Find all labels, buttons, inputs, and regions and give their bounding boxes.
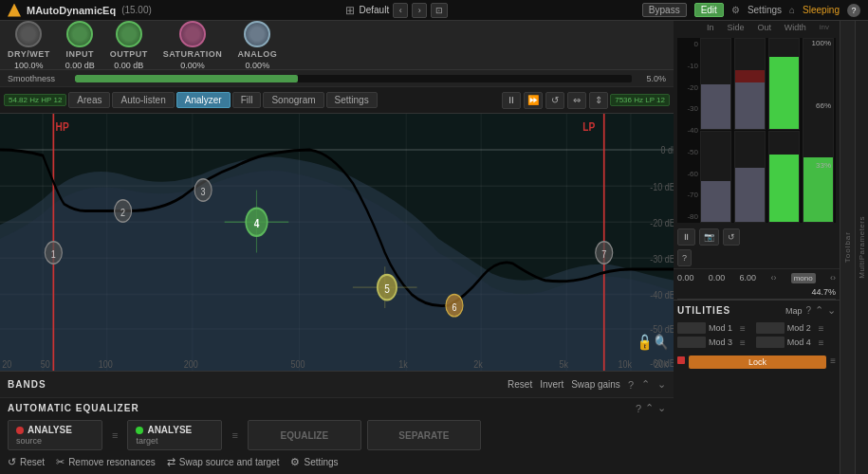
svg-text:-40 dB: -40 dB xyxy=(650,289,674,301)
help-button[interactable]: ? xyxy=(847,4,860,17)
saturation-knob[interactable] xyxy=(179,21,206,47)
mod3-menu-icon[interactable]: ≡ xyxy=(740,337,746,348)
mod4-menu-icon[interactable]: ≡ xyxy=(819,337,824,348)
tab-fill[interactable]: Fill xyxy=(232,92,262,108)
tab-controls: ⏸ ⏩ ↺ ⇔ ⇕ xyxy=(502,92,608,109)
saturation-value: 0.00% xyxy=(180,61,205,70)
width-33-label: 33% xyxy=(816,161,831,170)
tab-settings[interactable]: Settings xyxy=(326,92,378,108)
mod1-menu-icon[interactable]: ≡ xyxy=(740,323,746,334)
flip-h-btn[interactable]: ⇔ xyxy=(567,92,586,109)
autoeq-section: AUTOMATIC EQUALIZER ? ⌃ ⌄ ANALYSE source… xyxy=(0,397,674,474)
lock-button[interactable]: Lock xyxy=(689,356,826,369)
grid-icon: ⊞ xyxy=(345,4,355,17)
db-60: -60 xyxy=(679,170,698,178)
input-knob[interactable] xyxy=(66,21,93,47)
settings-icon: ⚙ xyxy=(731,5,740,15)
mod2-block xyxy=(756,322,785,334)
remove-resonances-btn[interactable]: ✂ Remove resonances xyxy=(56,456,156,468)
tab-sonogram[interactable]: Sonogram xyxy=(263,92,323,108)
left-panel: DRY/WET 100.0% INPUT 0.00 dB OUTPUT 0.00… xyxy=(0,21,674,474)
autoeq-collapse-icon[interactable]: ⌄ xyxy=(657,402,666,414)
bar-in-r xyxy=(700,131,731,223)
autoeq-expand-icon[interactable]: ⌃ xyxy=(645,402,654,414)
analyse-target-label: ANALYSE xyxy=(136,425,192,435)
output-knob[interactable] xyxy=(116,21,142,47)
utilities-title: UTILITIES xyxy=(677,305,730,316)
reset-meter-btn[interactable]: ↺ xyxy=(723,228,740,246)
bands-controls: Reset Invert Swap gains ? ⌃ ⌄ xyxy=(508,378,666,391)
smoothness-row: Smoothness 5.0% xyxy=(0,70,674,87)
bands-collapse-icon[interactable]: ⌄ xyxy=(657,378,666,391)
home-icon: ⌂ xyxy=(789,5,795,15)
col-label-side: Side xyxy=(727,23,744,32)
analyse-source-btn[interactable]: ANALYSE source xyxy=(8,420,102,450)
analyse-target-btn[interactable]: ANALYSE target xyxy=(127,420,222,450)
sleeping-status: Sleeping xyxy=(803,5,840,15)
bypass-button[interactable]: Bypass xyxy=(642,3,687,17)
tab-areas[interactable]: Areas xyxy=(68,92,110,108)
bar-in-l-fill xyxy=(701,84,730,130)
svg-text:20k: 20k xyxy=(655,358,669,370)
freq-badge-left: 54.82 Hz HP 12 xyxy=(4,94,66,106)
lock-menu-icon[interactable]: ≡ xyxy=(830,356,836,366)
svg-text:100: 100 xyxy=(99,358,113,370)
settings-action-btn[interactable]: ⚙ Settings xyxy=(290,456,338,468)
svg-text:4: 4 xyxy=(254,216,260,230)
swap-gains-btn[interactable]: Swap gains xyxy=(571,379,620,390)
bar-out-r xyxy=(768,131,800,223)
help-meter-btn[interactable]: ? xyxy=(677,249,692,266)
remove-res-icon: ✂ xyxy=(56,456,65,468)
app-logo xyxy=(8,4,21,17)
analog-value: 0.00% xyxy=(246,61,270,70)
equalize-btn[interactable]: EQUALIZE xyxy=(248,420,361,450)
meter-display-inner: 0 -10 -20 -30 -40 -50 -60 -70 -80 xyxy=(677,38,836,223)
title-bar-right: Bypass Edit ⚙ Settings ⌂ Sleeping ? xyxy=(642,3,860,17)
settings-button[interactable]: Settings xyxy=(748,5,782,15)
expand-btn[interactable]: ‹› xyxy=(770,273,776,283)
meter-display: 0 -10 -20 -30 -40 -50 -60 -70 -80 xyxy=(677,38,836,223)
utilities-controls: Map ? ⌃ ⌄ xyxy=(785,304,836,317)
camera-btn[interactable]: 📷 xyxy=(699,228,719,246)
next-preset-btn[interactable]: › xyxy=(412,3,427,18)
reset-bands-btn[interactable]: Reset xyxy=(508,379,532,390)
pause-btn[interactable]: ⏸ xyxy=(502,92,521,109)
reset-action-btn[interactable]: ↺ Reset xyxy=(8,456,45,468)
bar-out-l-fill xyxy=(769,57,799,129)
analog-knob[interactable] xyxy=(244,21,270,47)
svg-text:🔒: 🔒 xyxy=(637,332,653,351)
smoothness-label: Smoothness xyxy=(8,74,69,83)
bar-in-l xyxy=(700,38,731,130)
smoothness-value: 5.0% xyxy=(637,74,666,83)
pause-meter-btn[interactable]: ⏸ xyxy=(677,228,695,246)
map-label: Map xyxy=(785,306,803,316)
analog-group: ANALOG 0.00% xyxy=(237,21,277,70)
drywet-knob[interactable] xyxy=(15,21,42,47)
invert-bands-btn[interactable]: Invert xyxy=(540,379,563,390)
bar-width: 100% 66% 33% xyxy=(803,38,834,223)
bands-expand-icon[interactable]: ⌃ xyxy=(641,378,650,391)
saturation-label: SATURATION xyxy=(163,49,223,59)
mono-percent-row: 44.7% xyxy=(674,287,840,299)
svg-text:🔍: 🔍 xyxy=(655,334,669,352)
reset-btn[interactable]: ↺ xyxy=(545,92,564,109)
prev-preset-btn[interactable]: ‹ xyxy=(393,3,408,18)
forward-btn[interactable]: ⏩ xyxy=(524,92,543,109)
separate-btn[interactable]: SEPARATE xyxy=(367,420,481,450)
title-bar-center: ⊞ Default ‹ › ⊡ xyxy=(345,3,448,18)
expand-btn-2[interactable]: ‹› xyxy=(830,273,836,283)
mod2-menu-icon[interactable]: ≡ xyxy=(819,323,824,334)
preset-menu-btn[interactable]: ⊡ xyxy=(431,3,448,18)
eq-display[interactable]: HP LP 1 2 3 xyxy=(0,114,674,371)
db-30: -30 xyxy=(679,104,698,113)
menu-icon: ≡ xyxy=(108,420,121,450)
utilities-collapse-icon[interactable]: ⌄ xyxy=(827,304,836,317)
flip-v-btn[interactable]: ⇕ xyxy=(589,92,608,109)
swap-source-target-btn[interactable]: ⇄ Swap source and target xyxy=(167,456,280,468)
utilities-expand-icon[interactable]: ⌃ xyxy=(815,304,823,317)
svg-text:LP: LP xyxy=(582,118,595,133)
edit-button[interactable]: Edit xyxy=(694,3,724,17)
tab-auto-listen[interactable]: Auto-listen xyxy=(112,92,174,108)
tab-analyzer[interactable]: Analyzer xyxy=(176,92,231,108)
smoothness-bar-container[interactable] xyxy=(75,75,632,82)
